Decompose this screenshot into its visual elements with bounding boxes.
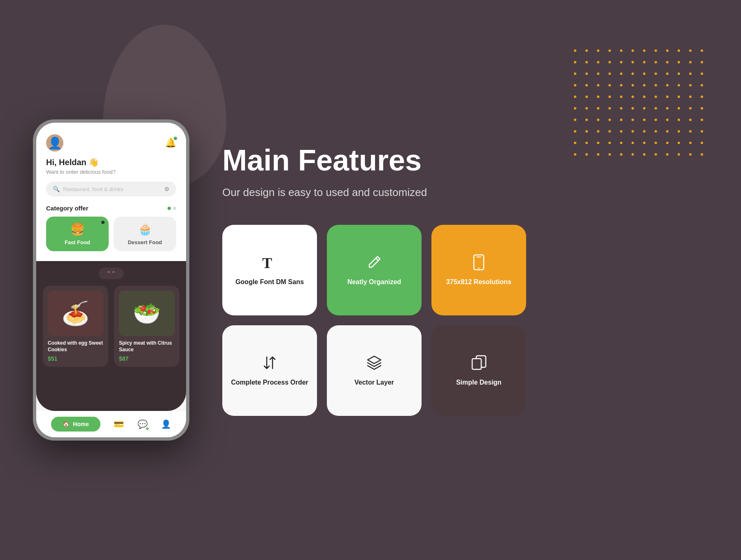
subgreeting-text: Want to order delicious food? [46, 169, 176, 175]
neatly-organized-label: Neatly Organized [347, 278, 401, 287]
filter-icon[interactable]: ⚙ [164, 186, 170, 192]
notification-bell-wrap[interactable]: 🔔 [165, 138, 176, 148]
layers-icon [365, 354, 383, 372]
category-dessert-food[interactable]: 🧁 Dessert Food [114, 217, 176, 251]
home-nav-button[interactable]: 🏠 Home [51, 417, 100, 432]
fast-food-icon: 🍔 [70, 222, 85, 236]
category-list: 🍔 Fast Food 🧁 Dessert Food [46, 217, 176, 251]
svg-rect-4 [472, 359, 481, 369]
food-image-1: 🍝 [48, 291, 103, 336]
feature-card-simple-design: Simple Design [431, 325, 526, 416]
search-placeholder-text: Restaurant, food & drinks [63, 186, 161, 192]
copy-icon [470, 354, 488, 372]
food-price-1: $51 [48, 355, 103, 362]
wallet-nav-button[interactable]: 💳 [114, 419, 124, 429]
food-image-2: 🥗 [119, 291, 175, 336]
phone-frame-icon [470, 253, 488, 271]
text-t-icon: T [261, 253, 279, 271]
feature-card-resolutions: 375x812 Resolutions [431, 225, 526, 315]
chat-nav-button[interactable]: 💬 [137, 419, 148, 429]
features-subtitle: Our design is easy to used and customize… [222, 185, 469, 200]
phone-mockup: 👤 🔔 Hi, Heldan 👋 Want to order delicious… [33, 119, 189, 441]
feature-card-google-font: T Google Font DM Sans [222, 225, 317, 315]
feature-cards-grid: T Google Font DM Sans Neatly Organized 3… [222, 225, 708, 416]
feature-card-vector-layer: Vector Layer [327, 325, 422, 416]
chevron-up-icon: ⌃⌃ [106, 270, 116, 277]
home-label: Home [73, 421, 89, 427]
dessert-label: Dessert Food [128, 239, 162, 245]
food-cards-list: 🍝 Cooked with egg Sweet Cookies $51 🥗 Sp… [43, 286, 179, 367]
avatar-image: 👤 [48, 136, 62, 150]
dot-inactive [173, 207, 176, 210]
arrows-updown-icon [261, 354, 279, 372]
swipe-handle[interactable]: ⌃⌃ [99, 268, 124, 279]
home-icon: 🏠 [63, 421, 70, 427]
phone-outer-frame: 👤 🔔 Hi, Heldan 👋 Want to order delicious… [33, 119, 189, 441]
feature-card-neatly-organized: Neatly Organized [327, 225, 422, 315]
food-name-2: Spicy meat with Citrus Sauce [119, 340, 175, 353]
main-features-title: Main Features [222, 144, 708, 177]
google-font-label: Google Font DM Sans [235, 278, 304, 287]
category-header: Category offer [46, 205, 176, 212]
pencil-icon [365, 253, 383, 271]
food-price-2: $87 [119, 355, 175, 362]
dessert-icon: 🧁 [138, 222, 152, 236]
svg-rect-2 [476, 257, 481, 257]
features-section: Main Features Our design is easy to used… [189, 144, 708, 416]
food-card-2[interactable]: 🥗 Spicy meat with Citrus Sauce $87 [114, 286, 179, 367]
greeting-text: Hi, Heldan 👋 [46, 157, 176, 167]
profile-nav-button[interactable]: 👤 [161, 419, 171, 429]
dot-active [168, 207, 171, 210]
search-icon: 🔍 [53, 186, 60, 192]
search-bar[interactable]: 🔍 Restaurant, food & drinks ⚙ [46, 182, 176, 196]
phone-bottom-area: ⌃⌃ 🍝 Cooked with egg Sweet Cookies $51 [36, 261, 186, 411]
food-name-1: Cooked with egg Sweet Cookies [48, 340, 103, 353]
notification-dot [174, 137, 177, 140]
resolutions-label: 375x812 Resolutions [446, 278, 511, 287]
avatar: 👤 [46, 134, 63, 152]
phone-top-area: 👤 🔔 Hi, Heldan 👋 Want to order delicious… [36, 123, 186, 261]
active-dot [101, 221, 105, 224]
vector-layer-label: Vector Layer [354, 378, 394, 387]
phone-screen: 👤 🔔 Hi, Heldan 👋 Want to order delicious… [36, 123, 186, 437]
chat-notification-dot [146, 427, 149, 430]
category-title: Category offer [46, 205, 89, 212]
svg-point-3 [478, 268, 480, 269]
simple-design-label: Simple Design [456, 378, 501, 387]
category-fast-food[interactable]: 🍔 Fast Food [46, 217, 109, 251]
phone-navbar: 🏠 Home 💳 💬 👤 [36, 411, 186, 437]
feature-card-process-order: Complete Process Order [222, 325, 317, 416]
dots-indicator [168, 207, 176, 210]
food-card-1[interactable]: 🍝 Cooked with egg Sweet Cookies $51 [43, 286, 108, 367]
process-order-label: Complete Process Order [231, 378, 308, 387]
phone-header: 👤 🔔 [46, 134, 176, 152]
svg-text:T: T [262, 255, 272, 271]
fast-food-label: Fast Food [65, 239, 90, 245]
